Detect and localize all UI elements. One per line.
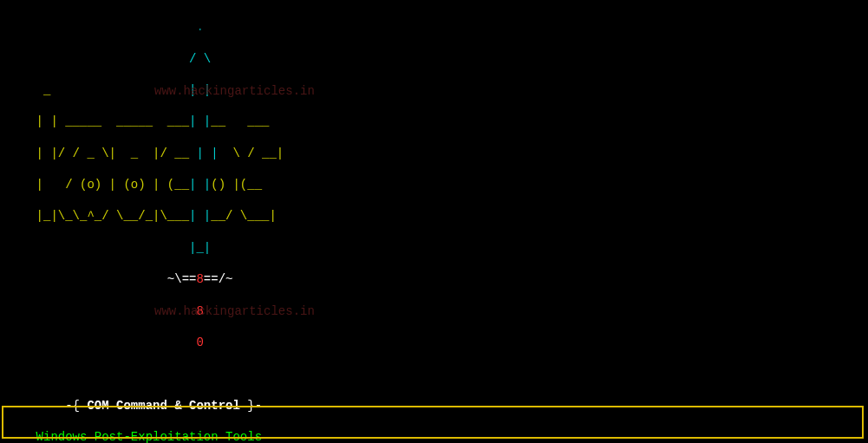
ascii-art-line: _ | | [7, 82, 861, 98]
ascii-art-line: . [7, 19, 861, 35]
blank-line [7, 366, 861, 381]
ascii-art-line: |_| [7, 240, 861, 256]
banner-subtitle: Windows Post-Exploitation Tools [7, 429, 861, 443]
ascii-art-line: 0 [7, 335, 861, 350]
banner-title: -{ COM Command & Control }- [7, 398, 861, 414]
terminal-output[interactable]: . / \ _ | | | | _____ _____ ___| |__ ___… [0, 0, 868, 443]
ascii-art-line: | / (o) | (o) | (__| |() |(__ [7, 177, 861, 192]
ascii-art-line: |_|\_\_^_/ \__/_|\___| |__/ \___| [7, 208, 861, 224]
ascii-art-line: | | _____ _____ ___| |__ ___ [7, 114, 861, 129]
ascii-art-line: | |/ / _ \| _ |/ __ | | \ / __| [7, 146, 861, 161]
watermark-text: www.hackingarticles.in [154, 303, 315, 319]
ascii-art-line: / \ [7, 51, 861, 67]
ascii-art-line: ~\==8==/~ [7, 271, 861, 287]
watermark-text: www.hackingarticles.in [154, 83, 315, 99]
ascii-art-line: 8 [7, 303, 861, 319]
